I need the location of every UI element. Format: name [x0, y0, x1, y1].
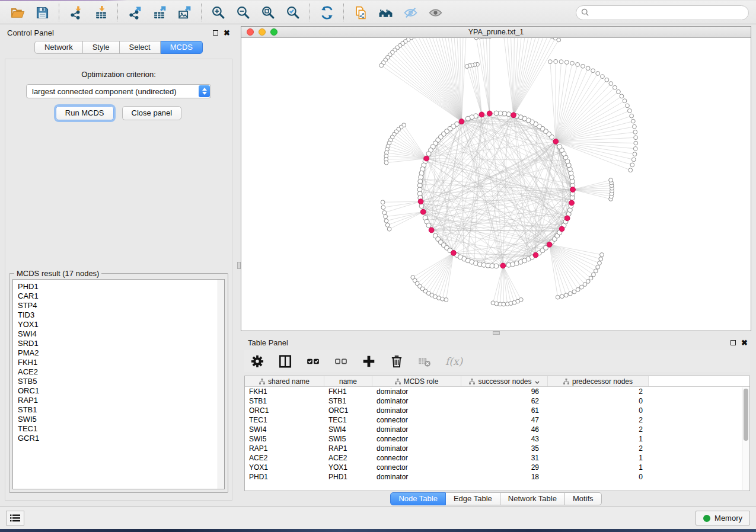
table-row[interactable]: SWI5SWI5connector431 [245, 434, 749, 444]
mcds-result-item[interactable]: STB5 [18, 377, 224, 386]
column-header-MCDS-role[interactable]: MCDS role [372, 376, 461, 386]
mcds-result-item[interactable]: RAP1 [18, 396, 224, 405]
table-row[interactable]: ACE2ACE2connector311 [245, 453, 749, 463]
tab-node-table[interactable]: Node Table [390, 492, 446, 505]
column-header-predecessor-nodes[interactable]: predecessor nodes [548, 376, 649, 386]
tab-network[interactable]: Network [34, 41, 83, 54]
tab-motifs[interactable]: Motifs [565, 492, 602, 505]
mcds-result-item[interactable]: SWI5 [18, 415, 224, 424]
network-graph[interactable] [241, 38, 750, 331]
column-type-icon [563, 379, 569, 384]
close-panel-button[interactable]: Close panel [122, 106, 182, 120]
table-cell: PHD1 [245, 472, 324, 482]
export-image-icon[interactable] [176, 4, 193, 21]
float-panel-icon[interactable] [213, 30, 218, 36]
mcds-result-title: MCDS result (17 nodes) [14, 269, 101, 278]
mcds-result-item[interactable]: CAR1 [18, 291, 224, 301]
tab-network-table[interactable]: Network Table [500, 492, 565, 505]
search-field[interactable] [576, 5, 749, 20]
table-row[interactable]: RAP1RAP1dominator352 [245, 444, 749, 453]
mcds-result-item[interactable]: SWI4 [18, 329, 224, 339]
split-columns-icon[interactable] [278, 354, 292, 368]
mcds-result-item[interactable]: TID3 [18, 310, 224, 320]
table-scrollbar[interactable] [742, 387, 749, 490]
divider-handle[interactable] [493, 331, 500, 335]
memory-button[interactable]: Memory [696, 511, 750, 525]
table-cell: STB1 [245, 396, 324, 406]
zoom-fit-icon[interactable] [259, 4, 277, 21]
scrollbar-thumb[interactable] [744, 389, 748, 441]
horizontal-split-divider[interactable] [241, 331, 751, 335]
add-row-icon[interactable] [362, 354, 376, 368]
task-history-button[interactable] [6, 511, 24, 525]
tab-select[interactable]: Select [120, 41, 161, 54]
column-type-icon [259, 379, 265, 384]
mcds-result-item[interactable]: ACE2 [18, 367, 224, 377]
mcds-result-list[interactable]: PHD1CAR1STP4TID3YOX1SWI4SRD1PMA2FKH1ACE2… [12, 279, 225, 489]
zoom-in-icon[interactable] [209, 4, 227, 21]
column-header-shared-name[interactable]: shared name [245, 376, 324, 386]
main-area: Control Panel ✖ NetworkStyleSelectMCDS O… [0, 24, 756, 507]
tab-style[interactable]: Style [83, 41, 120, 54]
tab-edge-table[interactable]: Edge Table [446, 492, 500, 505]
table-cell: ACE2 [324, 453, 372, 463]
column-header-name[interactable]: name [324, 376, 372, 386]
table-row[interactable]: FKH1FKH1dominator962 [245, 387, 749, 396]
mcds-result-item[interactable]: STP4 [18, 301, 224, 310]
table-row[interactable]: YOX1YOX1connector291 [245, 463, 749, 472]
table-cell: RAP1 [324, 444, 372, 453]
mcds-result-item[interactable]: PHD1 [18, 282, 224, 291]
first-neighbors-icon[interactable] [377, 4, 394, 21]
mcds-result-item[interactable]: PMA2 [18, 348, 224, 358]
table-settings-icon[interactable] [250, 354, 264, 368]
mcds-result-item[interactable]: TEC1 [18, 424, 224, 434]
mcds-result-item[interactable]: GCR1 [18, 434, 224, 443]
column-header-blank[interactable] [649, 376, 749, 386]
column-header-successor-nodes[interactable]: successor nodes [461, 376, 548, 386]
search-icon [581, 8, 589, 17]
export-table-icon[interactable] [151, 4, 168, 21]
export-network-icon[interactable] [126, 4, 143, 21]
open-file-icon[interactable] [8, 4, 26, 21]
select-all-rows-icon[interactable] [306, 354, 320, 368]
close-panel-icon[interactable]: ✖ [741, 340, 748, 346]
mcds-list-scrollbar[interactable] [218, 280, 224, 489]
network-canvas[interactable] [241, 38, 751, 331]
mcds-result-item[interactable]: YOX1 [18, 320, 224, 329]
table-cell: dominator [372, 387, 461, 396]
table-panel-title: Table Panel [248, 338, 288, 347]
refresh-view-icon[interactable] [318, 4, 336, 21]
mcds-result-item[interactable]: ORC1 [18, 386, 224, 396]
zoom-out-icon[interactable] [234, 4, 252, 21]
show-all-icon[interactable] [426, 4, 444, 21]
column-label: shared name [268, 377, 310, 386]
deselect-all-rows-icon[interactable] [334, 354, 348, 368]
clone-network-icon[interactable] [352, 4, 369, 21]
mcds-result-item[interactable]: STB1 [18, 405, 224, 415]
zoom-selected-icon[interactable] [284, 4, 302, 21]
divider-handle[interactable] [237, 262, 241, 269]
tab-mcds[interactable]: MCDS [161, 41, 203, 54]
table-row[interactable]: SWI4SWI4dominator462 [245, 425, 749, 434]
table-row[interactable]: PHD1PHD1dominator180 [245, 472, 749, 482]
mcds-result-item[interactable]: FKH1 [18, 358, 224, 367]
import-network-icon[interactable] [67, 4, 85, 21]
close-panel-icon[interactable]: ✖ [224, 30, 230, 36]
table-row[interactable]: STB1STB1dominator620 [245, 396, 749, 406]
control-panel-header: Control Panel ✖ [0, 24, 237, 39]
table-row[interactable]: ORC1ORC1dominator610 [245, 406, 749, 415]
hide-selected-icon[interactable] [401, 4, 419, 21]
search-input[interactable] [589, 8, 748, 17]
save-session-icon[interactable] [33, 4, 51, 21]
run-mcds-button[interactable]: Run MCDS [56, 106, 114, 120]
optimization-criterion-select[interactable]: largest connected component (undirected) [26, 84, 211, 98]
delete-row-icon[interactable] [390, 354, 404, 368]
vertical-split-divider[interactable] [237, 24, 241, 507]
table-row[interactable]: TEC1TEC1connector472 [245, 415, 749, 425]
table-cell: 2 [548, 415, 649, 425]
import-table-icon[interactable] [92, 4, 110, 21]
float-panel-icon[interactable] [731, 340, 736, 345]
table-cell [649, 396, 749, 406]
network-window-titlebar[interactable]: YPA_prune.txt_1 [241, 27, 751, 38]
mcds-result-item[interactable]: SRD1 [18, 339, 224, 348]
